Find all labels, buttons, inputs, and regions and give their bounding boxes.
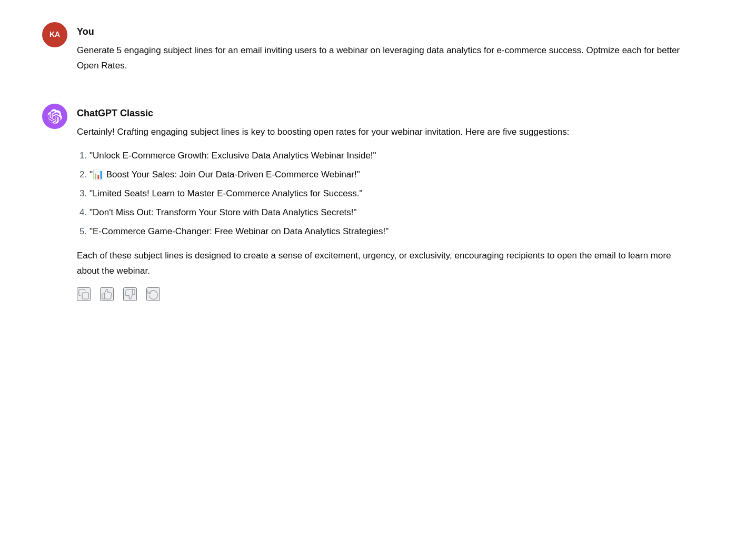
assistant-outro: Each of these subject lines is designed … — [77, 248, 695, 279]
list-item: "📊 Boost Your Sales: Join Our Data-Drive… — [89, 167, 695, 182]
refresh-button[interactable] — [146, 287, 160, 301]
user-avatar: KA — [42, 22, 67, 47]
list-item: "Don't Miss Out: Transform Your Store wi… — [89, 205, 695, 220]
user-message-content: You Generate 5 engaging subject lines fo… — [77, 21, 695, 82]
user-message-text: Generate 5 engaging subject lines for an… — [77, 43, 695, 74]
assistant-avatar — [42, 104, 67, 129]
user-sender-label: You — [77, 24, 695, 40]
user-message: KA You Generate 5 engaging subject lines… — [42, 21, 695, 82]
svg-rect-0 — [82, 293, 88, 299]
list-item: "Limited Seats! Learn to Master E-Commer… — [89, 186, 695, 201]
thumbs-down-icon — [124, 288, 136, 300]
assistant-sender-label: ChatGPT Classic — [77, 106, 695, 122]
assistant-message-text: Certainly! Crafting engaging subject lin… — [77, 125, 695, 279]
thumbs-down-button[interactable] — [123, 287, 137, 301]
copy-button[interactable] — [77, 287, 91, 301]
copy-icon — [78, 288, 89, 300]
list-item: "E-Commerce Game-Changer: Free Webinar o… — [89, 224, 695, 239]
refresh-icon — [147, 288, 159, 300]
assistant-message: ChatGPT Classic Certainly! Crafting enga… — [42, 103, 695, 301]
list-item: "Unlock E-Commerce Growth: Exclusive Dat… — [89, 148, 695, 163]
subject-lines-list: "Unlock E-Commerce Growth: Exclusive Dat… — [77, 148, 695, 239]
chatgpt-logo-icon — [47, 109, 62, 124]
assistant-intro: Certainly! Crafting engaging subject lin… — [77, 125, 695, 140]
action-icons-bar — [77, 287, 695, 301]
thumbs-up-button[interactable] — [100, 287, 114, 301]
assistant-message-content: ChatGPT Classic Certainly! Crafting enga… — [77, 103, 695, 301]
thumbs-up-icon — [101, 288, 113, 300]
